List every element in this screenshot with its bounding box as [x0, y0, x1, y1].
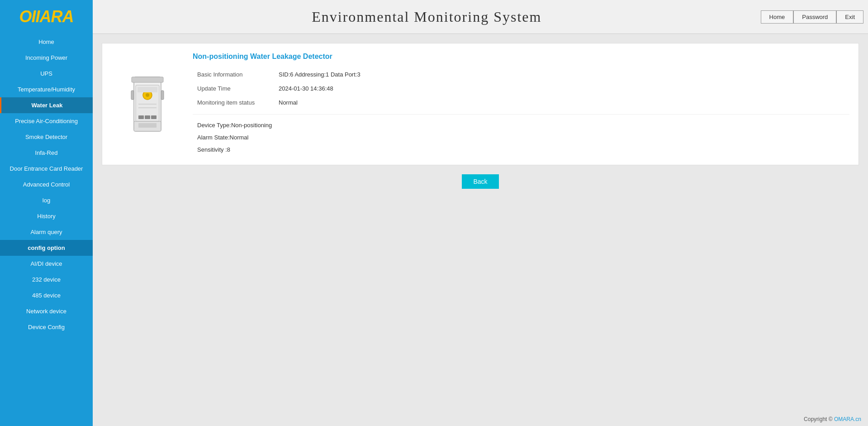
sidebar-item-ups[interactable]: UPS	[0, 66, 93, 81]
main-content: Non-positioning Water Leakage Detector B…	[93, 34, 868, 426]
sidebar-item-home[interactable]: Home	[0, 34, 93, 50]
copyright-link[interactable]: OMARA.cn	[834, 416, 861, 422]
monitoring-status-value: Normal	[274, 96, 849, 110]
sidebar-item-advanced-control[interactable]: Advanced Control	[0, 177, 93, 192]
sidebar-item-door-entrance[interactable]: Door Entrance Card Reader	[0, 161, 93, 177]
update-time-value: 2024-01-30 14:36:48	[274, 81, 849, 96]
copyright-text: Copyright ©	[804, 416, 833, 422]
exit-button[interactable]: Exit	[836, 10, 863, 24]
alarm-state-row: Alarm State:Normal	[193, 131, 849, 144]
logo: OIIARA	[19, 7, 74, 26]
sidebar-item-incoming-power[interactable]: Incoming Power	[0, 50, 93, 66]
sidebar-item-smoke-detector[interactable]: Smoke Detector	[0, 129, 93, 145]
app-title: Environmental Monitoring System	[93, 9, 761, 25]
device-card: Non-positioning Water Leakage Detector B…	[102, 43, 859, 165]
footer: Copyright © OMARA.cn	[93, 412, 868, 426]
update-time-row: Update Time 2024-01-30 14:36:48	[193, 81, 849, 96]
sidebar-item-485-device[interactable]: 485 device	[0, 287, 93, 303]
svg-rect-1	[132, 77, 163, 82]
password-button[interactable]: Password	[793, 10, 836, 24]
device-info-table: Basic Information SID:6 Addressing:1 Dat…	[193, 67, 849, 110]
svg-rect-14	[138, 123, 157, 128]
device-illustration	[125, 72, 170, 136]
divider	[193, 114, 849, 115]
sidebar-item-air-conditioning[interactable]: Precise Air-Conditioning	[0, 113, 93, 129]
monitoring-status-row: Monitoring item status Normal	[193, 96, 849, 110]
header-buttons: Home Password Exit	[761, 10, 863, 24]
svg-rect-8	[138, 115, 144, 119]
home-button[interactable]: Home	[761, 10, 794, 24]
svg-rect-9	[145, 115, 150, 119]
svg-rect-5	[138, 87, 157, 92]
sidebar: Home Incoming Power UPS Temperature/Humi…	[0, 34, 93, 426]
sidebar-item-232-device[interactable]: 232 device	[0, 272, 93, 287]
sidebar-item-device-config[interactable]: Device Config	[0, 319, 93, 335]
sidebar-item-history[interactable]: History	[0, 208, 93, 224]
svg-rect-10	[151, 115, 157, 119]
logo-area: OIIARA	[0, 0, 93, 34]
sensitivity-row: Sensitivity :8	[193, 144, 849, 156]
sidebar-item-network-device[interactable]: Network device	[0, 303, 93, 319]
device-title: Non-positioning Water Leakage Detector	[193, 53, 849, 61]
basic-info-label: Basic Information	[193, 67, 274, 81]
header: OIIARA Environmental Monitoring System H…	[0, 0, 868, 34]
sidebar-item-water-leak[interactable]: Water Leak	[0, 97, 93, 113]
svg-rect-12	[161, 91, 164, 100]
basic-info-value: SID:6 Addressing:1 Data Port:3	[274, 67, 849, 81]
sidebar-item-temp-humidity[interactable]: Temperature/Humidity	[0, 81, 93, 97]
basic-info-row: Basic Information SID:6 Addressing:1 Dat…	[193, 67, 849, 81]
sidebar-item-ai-di[interactable]: AI/DI device	[0, 256, 93, 272]
sidebar-section-config: config option	[0, 240, 93, 256]
device-type-row: Device Type:Non-positioning	[193, 119, 849, 131]
sidebar-item-infra-red[interactable]: Infa-Red	[0, 145, 93, 161]
sidebar-item-log[interactable]: log	[0, 192, 93, 208]
monitoring-status-label: Monitoring item status	[193, 96, 274, 110]
device-image-area	[111, 53, 184, 156]
svg-rect-11	[131, 91, 134, 100]
svg-point-4	[146, 93, 149, 97]
sidebar-item-alarm-query[interactable]: Alarm query	[0, 224, 93, 240]
back-button[interactable]: Back	[462, 174, 498, 189]
device-info-panel: Non-positioning Water Leakage Detector B…	[193, 53, 849, 156]
update-time-label: Update Time	[193, 81, 274, 96]
